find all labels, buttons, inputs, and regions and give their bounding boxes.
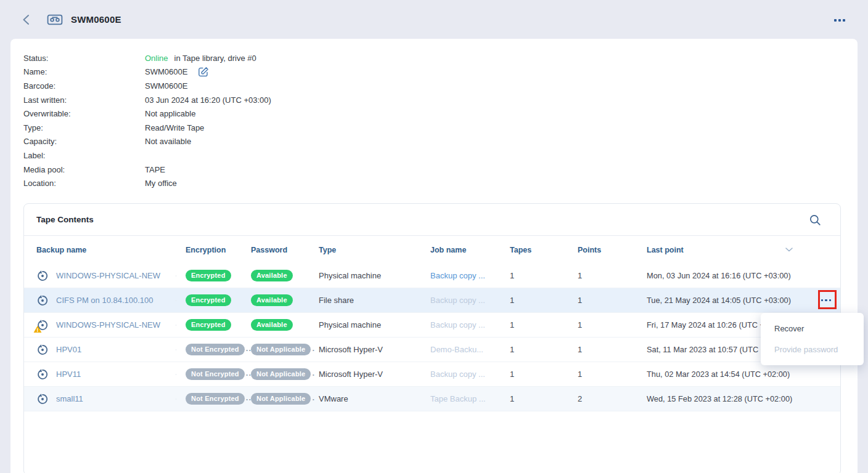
chevron-down-icon[interactable] xyxy=(785,248,793,252)
context-menu-item-provide-password: Provide password xyxy=(761,339,864,360)
job-name-link: Backup copy ... xyxy=(430,296,485,305)
job-name-link[interactable]: Backup copy ... xyxy=(430,271,485,280)
encryption-cell: Not Encrypted.. xyxy=(176,393,242,405)
points-cell: 1 xyxy=(568,271,637,280)
encryption-cell: Encrypted xyxy=(176,294,242,306)
last-point-cell: Wed, 15 Feb 2023 at 12:28 (UTC +02:00) xyxy=(637,394,840,403)
password-badge: Available xyxy=(251,294,293,306)
last-point-cell: Tue, 21 May 2024 at 14:05 (UTC +03:00) xyxy=(637,296,840,305)
edit-icon[interactable] xyxy=(197,66,209,78)
table-row[interactable]: ! CIFS PM on 10.84.100.100 Encrypted Ava… xyxy=(24,288,840,313)
job-name-link: Backup copy ... xyxy=(430,370,485,379)
password-cell: Available xyxy=(242,270,309,281)
column-header-last-point[interactable]: Last point xyxy=(637,246,840,254)
search-button[interactable] xyxy=(809,214,822,229)
tape-contents-card: Tape Contents Backup name Encryption Pas… xyxy=(23,203,841,473)
detail-label: Overwritable: xyxy=(23,109,145,118)
table-header-row: Backup name Encryption Password Type Job… xyxy=(24,236,840,264)
detail-value-part: My office xyxy=(145,179,177,188)
detail-value: SWM0600E xyxy=(145,81,187,91)
job-name-link: Demo-Backu... xyxy=(430,345,483,354)
type-cell: Microsoft Hyper-V xyxy=(309,345,421,354)
column-header-label: Last point xyxy=(647,246,684,254)
detail-value-part: TAPE xyxy=(145,165,165,174)
points-cell: 1 xyxy=(568,320,637,329)
restore-point-icon: ! xyxy=(36,344,49,356)
back-button[interactable] xyxy=(22,14,31,25)
backup-name-cell: ! CIFS PM on 10.84.100.100 xyxy=(24,294,176,307)
backup-name-link[interactable]: WINDOWS-PHYSICAL-NEW xyxy=(56,271,160,280)
detail-row: Media pool: TAPE xyxy=(23,163,271,177)
job-name-link: Backup copy ... xyxy=(430,320,485,329)
table-row[interactable]: ! HPV01 Not Encrypted.. Not Applicable. … xyxy=(24,338,840,362)
detail-value-part: SWM0600E xyxy=(145,81,187,91)
detail-label: Status: xyxy=(23,54,145,63)
detail-value: Not available xyxy=(145,137,191,146)
password-cell: Not Applicable. xyxy=(242,368,309,380)
table-row[interactable]: ! HPV11 Not Encrypted.. Not Applicable. … xyxy=(24,362,840,387)
detail-value-part: Not applicable xyxy=(145,109,195,118)
detail-label: Barcode: xyxy=(23,81,145,91)
last-point-cell: Mon, 03 Jun 2024 at 16:16 (UTC +03:00) xyxy=(637,271,840,280)
detail-row: Capacity: Not available xyxy=(23,135,271,149)
svg-text:!: ! xyxy=(37,326,39,333)
tapes-cell: 1 xyxy=(501,296,568,305)
column-header-job-name[interactable]: Job name xyxy=(421,246,501,254)
detail-value-part: in Tape library, drive #0 xyxy=(174,54,256,63)
job-name-link: Tape Backup ... xyxy=(430,394,486,403)
points-cell: 2 xyxy=(568,394,637,403)
tapes-cell: 1 xyxy=(501,320,568,329)
password-badge: Not Applicable xyxy=(251,368,311,380)
encryption-cell: Encrypted xyxy=(176,319,242,331)
table-row[interactable]: ! small11 Not Encrypted.. Not Applicable… xyxy=(24,387,840,411)
table-row[interactable]: ! WINDOWS-PHYSICAL-NEW Encrypted Availab… xyxy=(24,313,840,338)
job-name-cell: Backup copy ... xyxy=(421,296,501,305)
encryption-cell: Encrypted xyxy=(176,270,242,281)
table-row[interactable]: ! WINDOWS-PHYSICAL-NEW Encrypted Availab… xyxy=(24,264,840,288)
points-cell: 1 xyxy=(568,345,637,354)
warning-icon: ! xyxy=(33,325,42,333)
backup-name-cell: ! WINDOWS-PHYSICAL-NEW xyxy=(24,319,176,331)
tapes-cell: 1 xyxy=(501,345,568,354)
password-badge: Available xyxy=(251,319,293,331)
encryption-badge: Encrypted xyxy=(186,319,231,331)
detail-value-part: 03 Jun 2024 at 16:20 (UTC +03:00) xyxy=(145,95,271,105)
column-header-backup-name[interactable]: Backup name xyxy=(24,246,176,254)
detail-row: Status: Onlinein Tape library, drive #0 xyxy=(23,51,271,65)
search-icon xyxy=(809,214,822,227)
detail-value-part: SWM0600E xyxy=(145,67,187,76)
column-header-points[interactable]: Points xyxy=(568,246,637,254)
page-actions-button[interactable] xyxy=(834,19,845,22)
backup-name-cell: ! HPV11 xyxy=(24,368,176,381)
detail-value: SWM0600E xyxy=(145,67,187,76)
column-header-tapes[interactable]: Tapes xyxy=(501,246,568,254)
column-header-encryption[interactable]: Encryption xyxy=(176,246,242,254)
password-cell: Available xyxy=(242,294,309,306)
backup-name-cell: ! HPV01 xyxy=(24,344,176,356)
detail-value: My office xyxy=(145,179,177,188)
encryption-badge: Not Encrypted xyxy=(186,368,245,380)
restore-point-icon: ! xyxy=(36,368,49,381)
context-menu: RecoverProvide password xyxy=(761,313,864,365)
detail-value: Not applicable xyxy=(145,109,195,118)
backup-name-link[interactable]: HPV01 xyxy=(56,345,81,354)
password-cell: Not Applicable. xyxy=(242,344,309,355)
column-header-password[interactable]: Password xyxy=(242,246,309,254)
details-list: Status: Onlinein Tape library, drive #0 … xyxy=(23,51,271,190)
detail-label: Capacity: xyxy=(23,137,145,146)
backup-name-link[interactable]: WINDOWS-PHYSICAL-NEW xyxy=(56,320,160,329)
detail-row: Location: My office xyxy=(23,176,271,190)
type-cell: Physical machine xyxy=(309,320,421,329)
column-header-type[interactable]: Type xyxy=(309,246,421,254)
backup-name-link[interactable]: CIFS PM on 10.84.100.100 xyxy=(56,296,154,305)
context-menu-item-recover[interactable]: Recover xyxy=(761,318,864,339)
annotation-highlight-box xyxy=(818,290,837,309)
backup-name-link[interactable]: small11 xyxy=(56,394,83,403)
card-header: Tape Contents xyxy=(24,204,840,236)
backup-name-link[interactable]: HPV11 xyxy=(56,370,81,379)
detail-label: Media pool: xyxy=(23,165,145,174)
points-cell: 1 xyxy=(568,296,637,305)
detail-value-part: Not available xyxy=(145,137,191,146)
detail-label: Type: xyxy=(23,123,145,132)
password-badge: Not Applicable xyxy=(251,344,311,355)
